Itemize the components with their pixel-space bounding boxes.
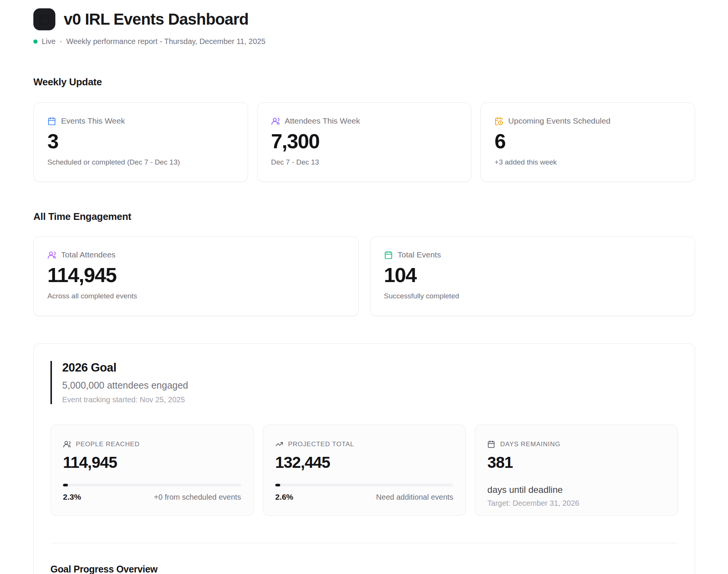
progress-percent: 2.6%: [275, 492, 293, 502]
deadline-target: Target: December 31, 2026: [487, 499, 665, 508]
stat-value: 7,300: [271, 131, 458, 151]
weekly-update-cards: Events This Week 3 Scheduled or complete…: [33, 102, 695, 182]
stat-label: Attendees This Week: [285, 116, 360, 125]
stat-value: 104: [384, 265, 681, 285]
goal-tracking-note: Event tracking started: Nov 25, 2025: [62, 395, 678, 404]
trending-up-icon: [275, 440, 283, 448]
goal-progress-overview-heading: Goal Progress Overview: [50, 564, 678, 574]
status-row: Live • Weekly performance report - Thurs…: [33, 37, 695, 46]
goal-metrics: PEOPLE REACHED 114,945 2.3% +0 from sche…: [50, 425, 678, 516]
goal-subtitle: 5,000,000 attendees engaged: [62, 380, 678, 391]
card-attendees-this-week: Attendees This Week 7,300 Dec 7 - Dec 13: [257, 102, 472, 182]
page-header: v0 IRL Events Dashboard: [33, 8, 695, 30]
metric-note: +0 from scheduled events: [154, 493, 241, 502]
card-upcoming-events: Upcoming Events Scheduled 6 +3 added thi…: [480, 102, 695, 182]
metric-label: PROJECTED TOTAL: [288, 441, 354, 448]
stat-subtext: Dec 7 - Dec 13: [271, 158, 458, 166]
goal-header: 2026 Goal 5,000,000 attendees engaged Ev…: [50, 361, 678, 404]
live-indicator-dot: [33, 39, 38, 44]
calendar-icon: [384, 251, 393, 259]
stat-value: 3: [47, 131, 234, 151]
progress-fill: [275, 484, 280, 486]
dot-separator: •: [60, 38, 62, 45]
goal-title: 2026 Goal: [62, 361, 678, 375]
calendar-icon: [487, 440, 495, 448]
progress-bar: [275, 484, 453, 486]
report-subtitle: Weekly performance report - Thursday, De…: [66, 37, 265, 46]
all-time-cards: Total Attendees 114,945 Across all compl…: [33, 236, 695, 316]
progress-fill: [63, 484, 68, 486]
metric-people-reached: PEOPLE REACHED 114,945 2.3% +0 from sche…: [50, 425, 254, 516]
metric-days-remaining: DAYS REMAINING 381 days until deadline T…: [475, 425, 678, 516]
app-logo: [33, 8, 55, 30]
stat-subtext: Scheduled or completed (Dec 7 - Dec 13): [47, 158, 234, 166]
dashboard-page: v0 IRL Events Dashboard Live • Weekly pe…: [33, 0, 695, 574]
section-heading-weekly-update: Weekly Update: [33, 76, 695, 88]
stat-subtext: Successfully completed: [384, 292, 681, 300]
live-label: Live: [42, 37, 56, 46]
stat-value: 114,945: [47, 265, 345, 285]
card-total-events: Total Events 104 Successfully completed: [370, 236, 695, 316]
stat-subtext: +3 added this week: [494, 158, 681, 166]
goal-card: 2026 Goal 5,000,000 attendees engaged Ev…: [33, 343, 695, 574]
divider: [50, 543, 678, 543]
page-title: v0 IRL Events Dashboard: [64, 10, 248, 28]
metric-value: 114,945: [63, 454, 241, 471]
calendar-icon: [47, 117, 56, 125]
stat-value: 6: [494, 131, 681, 151]
progress-percent: 2.3%: [63, 492, 81, 502]
section-heading-all-time-engagement: All Time Engagement: [33, 211, 695, 223]
card-total-attendees: Total Attendees 114,945 Across all compl…: [33, 236, 359, 316]
metric-projected-total: PROJECTED TOTAL 132,445 2.6% Need additi…: [263, 425, 466, 516]
metric-label: DAYS REMAINING: [500, 441, 560, 448]
metric-value: 132,445: [275, 454, 453, 471]
stat-label: Total Events: [398, 250, 441, 259]
deadline-caption: days until deadline: [487, 485, 665, 495]
stat-subtext: Across all completed events: [47, 292, 345, 300]
progress-bar: [63, 484, 241, 486]
stat-label: Total Attendees: [61, 250, 116, 259]
metric-note: Need additional events: [376, 493, 453, 502]
calendar-clock-icon: [494, 117, 503, 125]
metric-label: PEOPLE REACHED: [76, 441, 140, 448]
users-icon: [63, 440, 71, 448]
stat-label: Events This Week: [61, 116, 125, 125]
stat-label: Upcoming Events Scheduled: [508, 116, 610, 125]
card-events-this-week: Events This Week 3 Scheduled or complete…: [33, 102, 248, 182]
users-icon: [271, 117, 280, 125]
calendar-icon: [39, 14, 50, 25]
metric-value: 381: [487, 454, 665, 471]
users-icon: [47, 251, 56, 259]
